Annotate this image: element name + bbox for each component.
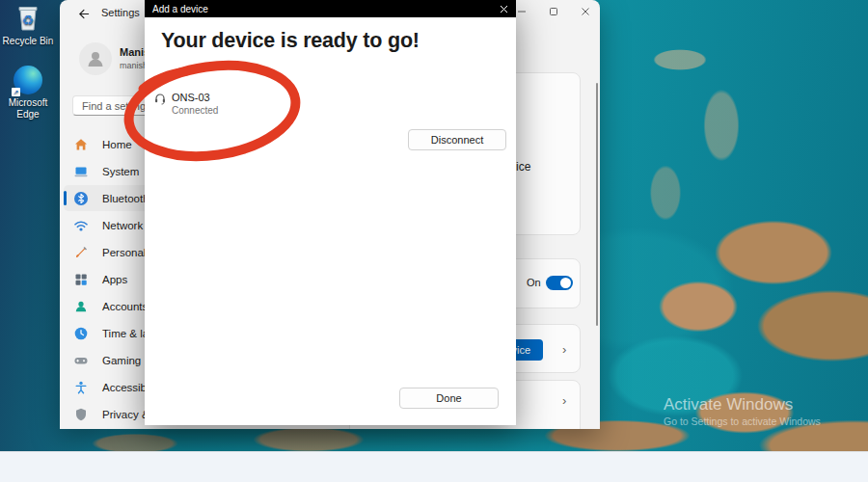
- desktop-icon-microsoft-edge[interactable]: ↗ Microsoft Edge: [0, 66, 56, 120]
- accessibility-icon: [73, 380, 89, 395]
- dialog-titlebar: Add a device: [145, 0, 516, 17]
- avatar[interactable]: [79, 42, 112, 75]
- activate-windows-watermark: Activate Windows: [664, 395, 793, 415]
- home-icon: [73, 137, 89, 152]
- device-name[interactable]: ONS-03: [172, 92, 210, 103]
- disconnect-button[interactable]: Disconnect: [408, 129, 506, 150]
- headset-icon: [153, 92, 167, 105]
- dialog-heading: Your device is ready to go!: [161, 29, 420, 53]
- time-language-icon: [73, 326, 89, 341]
- desktop-icon-label: Recycle Bin: [0, 36, 56, 47]
- shortcut-arrow-icon: ↗: [12, 88, 20, 96]
- window-close-button[interactable]: [579, 5, 592, 18]
- personalization-icon: [73, 245, 89, 260]
- svg-text:♻: ♻: [22, 13, 35, 28]
- sidebar-item-label: Accounts: [102, 301, 148, 312]
- sidebar-item-label: System: [102, 166, 139, 177]
- chevron-right-icon[interactable]: ›: [562, 342, 566, 357]
- user-icon: [85, 48, 106, 69]
- device-status: Connected: [172, 105, 218, 116]
- scrollbar[interactable]: [596, 83, 598, 326]
- toggle-state-label: On: [527, 277, 541, 288]
- network-icon: [73, 218, 89, 233]
- bluetooth-icon: [73, 191, 89, 206]
- system-icon: [73, 164, 89, 179]
- apps-icon: [73, 272, 89, 287]
- minimize-button[interactable]: [515, 5, 529, 18]
- privacy-icon: [73, 407, 89, 422]
- recycle-bin-icon: ♻: [13, 2, 43, 33]
- dialog-close-icon[interactable]: [500, 5, 508, 13]
- maximize-icon: [549, 7, 558, 16]
- activate-windows-watermark-sub: Go to Settings to activate Windows: [664, 415, 821, 427]
- accounts-icon: [73, 299, 89, 314]
- desktop-icon-recycle-bin[interactable]: ♻ Recycle Bin: [0, 2, 56, 47]
- sidebar-item-label: Home: [102, 139, 132, 150]
- bluetooth-toggle[interactable]: [546, 276, 573, 290]
- back-icon[interactable]: [77, 8, 90, 20]
- user-email: manish: [120, 61, 148, 70]
- chevron-right-icon[interactable]: ›: [562, 393, 566, 408]
- toggle-knob: [560, 278, 571, 288]
- window-title: Settings: [101, 7, 140, 18]
- sidebar-item-label: Apps: [102, 274, 127, 285]
- desktop-icon-label: Microsoft Edge: [0, 97, 56, 120]
- minimize-icon: [517, 7, 527, 16]
- dialog-title: Add a device: [152, 4, 208, 14]
- sidebar-item-label: Bluetooth: [102, 193, 149, 204]
- device-name-fragment: ice: [516, 160, 530, 174]
- sidebar-item-label: Gaming: [102, 355, 141, 366]
- close-icon: [581, 7, 590, 16]
- gaming-icon: [73, 353, 89, 368]
- edge-icon: ↗: [14, 66, 42, 94]
- add-device-dialog: Add a device Your device is ready to go!…: [145, 0, 516, 425]
- done-button[interactable]: Done: [399, 388, 499, 409]
- maximize-button[interactable]: [547, 5, 560, 18]
- taskbar: 1 1 inch of rain Tuesday Search: [0, 451, 868, 482]
